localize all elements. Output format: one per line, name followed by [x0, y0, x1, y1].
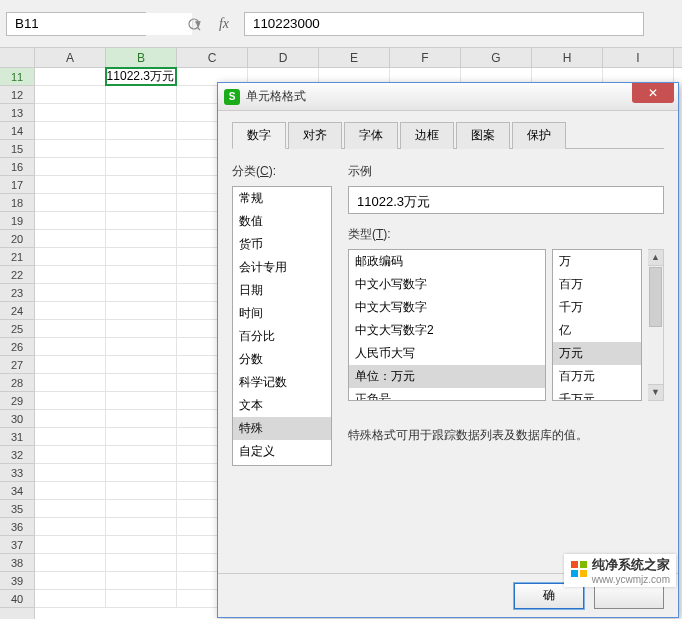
type-item-left[interactable]: 正负号: [349, 388, 545, 401]
row-header-36[interactable]: 36: [0, 518, 34, 536]
cell-B13[interactable]: [106, 104, 177, 122]
type-item-left[interactable]: 人民币大写: [349, 342, 545, 365]
row-header-16[interactable]: 16: [0, 158, 34, 176]
cell-A23[interactable]: [35, 284, 106, 302]
cell-B14[interactable]: [106, 122, 177, 140]
category-item[interactable]: 货币: [233, 233, 331, 256]
cell-A33[interactable]: [35, 464, 106, 482]
cell-A36[interactable]: [35, 518, 106, 536]
row-header-22[interactable]: 22: [0, 266, 34, 284]
cell-B35[interactable]: [106, 500, 177, 518]
tab-对齐[interactable]: 对齐: [288, 122, 342, 149]
col-header-A[interactable]: A: [35, 48, 106, 67]
category-item[interactable]: 文本: [233, 394, 331, 417]
type-item-right[interactable]: 千万: [553, 296, 641, 319]
row-header-31[interactable]: 31: [0, 428, 34, 446]
scroll-down-button[interactable]: ▼: [648, 384, 663, 400]
row-header-35[interactable]: 35: [0, 500, 34, 518]
cancel-formula-icon[interactable]: [184, 14, 204, 34]
row-header-21[interactable]: 21: [0, 248, 34, 266]
cell-B37[interactable]: [106, 536, 177, 554]
cell-B40[interactable]: [106, 590, 177, 608]
cell-B24[interactable]: [106, 302, 177, 320]
scroll-up-button[interactable]: ▲: [648, 250, 663, 266]
row-header-39[interactable]: 39: [0, 572, 34, 590]
type-listbox-left[interactable]: 邮政编码中文小写数字中文大写数字中文大写数字2人民币大写单位：万元正负号: [348, 249, 546, 401]
category-item[interactable]: 日期: [233, 279, 331, 302]
formula-input[interactable]: [244, 12, 644, 36]
row-header-11[interactable]: 11: [0, 68, 34, 86]
row-header-32[interactable]: 32: [0, 446, 34, 464]
cell-B34[interactable]: [106, 482, 177, 500]
col-header-H[interactable]: H: [532, 48, 603, 67]
type-item-left[interactable]: 中文大写数字2: [349, 319, 545, 342]
row-header-23[interactable]: 23: [0, 284, 34, 302]
category-item[interactable]: 会计专用: [233, 256, 331, 279]
row-header-18[interactable]: 18: [0, 194, 34, 212]
cell-A35[interactable]: [35, 500, 106, 518]
category-listbox[interactable]: 常规数值货币会计专用日期时间百分比分数科学记数文本特殊自定义: [232, 186, 332, 466]
row-header-28[interactable]: 28: [0, 374, 34, 392]
type-scrollbar[interactable]: ▲ ▼: [648, 249, 664, 401]
category-item[interactable]: 百分比: [233, 325, 331, 348]
col-header-G[interactable]: G: [461, 48, 532, 67]
row-header-14[interactable]: 14: [0, 122, 34, 140]
row-header-26[interactable]: 26: [0, 338, 34, 356]
row-header-40[interactable]: 40: [0, 590, 34, 608]
category-item[interactable]: 自定义: [233, 440, 331, 463]
cell-A40[interactable]: [35, 590, 106, 608]
cell-B22[interactable]: [106, 266, 177, 284]
row-header-19[interactable]: 19: [0, 212, 34, 230]
cell-A19[interactable]: [35, 212, 106, 230]
type-item-left[interactable]: 中文大写数字: [349, 296, 545, 319]
cell-A31[interactable]: [35, 428, 106, 446]
cell-A13[interactable]: [35, 104, 106, 122]
col-header-E[interactable]: E: [319, 48, 390, 67]
cell-B28[interactable]: [106, 374, 177, 392]
cell-A14[interactable]: [35, 122, 106, 140]
type-item-right[interactable]: 亿: [553, 319, 641, 342]
type-item-right[interactable]: 万元: [553, 342, 641, 365]
name-box[interactable]: [7, 13, 192, 35]
category-item[interactable]: 分数: [233, 348, 331, 371]
tab-字体[interactable]: 字体: [344, 122, 398, 149]
fx-icon[interactable]: fx: [214, 14, 234, 34]
cell-B19[interactable]: [106, 212, 177, 230]
row-header-25[interactable]: 25: [0, 320, 34, 338]
cell-B31[interactable]: [106, 428, 177, 446]
cell-B32[interactable]: [106, 446, 177, 464]
cell-A30[interactable]: [35, 410, 106, 428]
type-item-right[interactable]: 千万元: [553, 388, 641, 401]
tab-图案[interactable]: 图案: [456, 122, 510, 149]
type-item-left[interactable]: 邮政编码: [349, 250, 545, 273]
type-listbox-right[interactable]: 万百万千万亿万元百万元千万元: [552, 249, 642, 401]
tab-数字[interactable]: 数字: [232, 122, 286, 149]
cell-A20[interactable]: [35, 230, 106, 248]
cell-A37[interactable]: [35, 536, 106, 554]
tab-边框[interactable]: 边框: [400, 122, 454, 149]
row-header-37[interactable]: 37: [0, 536, 34, 554]
cell-B38[interactable]: [106, 554, 177, 572]
col-header-C[interactable]: C: [177, 48, 248, 67]
cell-B30[interactable]: [106, 410, 177, 428]
category-item[interactable]: 常规: [233, 187, 331, 210]
cell-B25[interactable]: [106, 320, 177, 338]
cell-B16[interactable]: [106, 158, 177, 176]
close-button[interactable]: [632, 83, 674, 103]
cell-B23[interactable]: [106, 284, 177, 302]
row-header-30[interactable]: 30: [0, 410, 34, 428]
category-item[interactable]: 数值: [233, 210, 331, 233]
row-header-27[interactable]: 27: [0, 356, 34, 374]
cell-B18[interactable]: [106, 194, 177, 212]
cell-A39[interactable]: [35, 572, 106, 590]
cell-A38[interactable]: [35, 554, 106, 572]
cell-A27[interactable]: [35, 356, 106, 374]
cell-A18[interactable]: [35, 194, 106, 212]
row-header-13[interactable]: 13: [0, 104, 34, 122]
type-item-left[interactable]: 单位：万元: [349, 365, 545, 388]
cell-A29[interactable]: [35, 392, 106, 410]
type-item-right[interactable]: 百万元: [553, 365, 641, 388]
cell-A21[interactable]: [35, 248, 106, 266]
row-header-24[interactable]: 24: [0, 302, 34, 320]
cell-A11[interactable]: [35, 68, 106, 86]
